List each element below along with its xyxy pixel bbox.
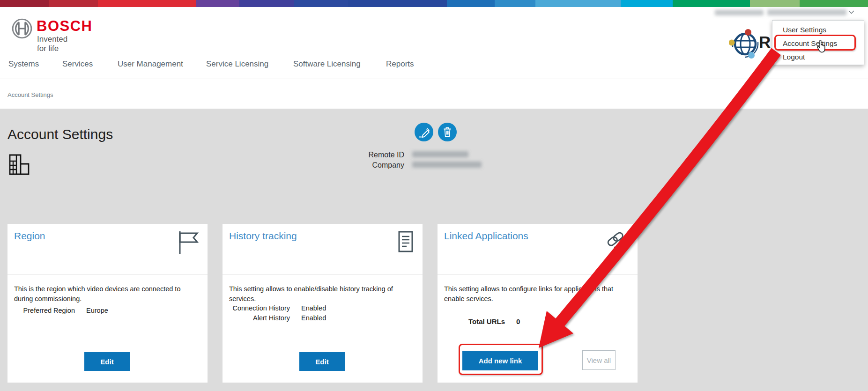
total-urls-value: 0	[516, 317, 520, 325]
header-divider	[0, 79, 868, 79]
link-icon	[605, 230, 629, 252]
trash-icon	[438, 123, 457, 141]
account-dropdown-menu: User Settings Account Settings Logout	[772, 20, 864, 65]
breadcrumb[interactable]: Account Settings	[7, 91, 53, 98]
region-edit-button[interactable]: Edit	[84, 352, 130, 371]
company-building-icon	[8, 154, 33, 176]
linked-applications-card: Linked Applications This setting allows …	[438, 224, 638, 383]
edit-account-button[interactable]	[415, 123, 433, 141]
brand-tagline: Invented for life	[37, 35, 67, 53]
alert-history-value: Enabled	[301, 314, 326, 322]
preferred-region-value: Europe	[86, 307, 108, 314]
history-tracking-edit-button[interactable]: Edit	[299, 352, 345, 371]
preferred-region-label: Preferred Region	[14, 307, 75, 314]
bosch-remote-portal-app: BOSCH Invented for life Systems Services…	[0, 0, 868, 391]
pencil-icon	[415, 123, 433, 141]
menu-item-logout[interactable]: Logout	[783, 53, 805, 61]
card-divider	[223, 274, 423, 275]
nav-item-software-licensing[interactable]: Software Licensing	[293, 59, 361, 69]
connection-history-value: Enabled	[301, 304, 326, 312]
bosch-supergraphic-strip	[0, 0, 868, 7]
total-urls-label: Total URLs	[444, 317, 505, 325]
company-value-redacted	[412, 162, 482, 168]
add-new-link-button[interactable]: Add new link	[462, 351, 538, 370]
nav-item-reports[interactable]: Reports	[386, 59, 414, 69]
page-title: Account Settings	[7, 126, 113, 142]
linked-applications-card-description: This setting allows to configure links f…	[444, 284, 628, 304]
bosch-anchor-icon	[11, 18, 33, 39]
chevron-down-icon[interactable]	[848, 10, 855, 15]
company-name-redacted	[715, 10, 764, 15]
delete-account-button[interactable]	[438, 123, 457, 141]
main-navigation: Systems Services User Management Service…	[0, 59, 868, 74]
linked-applications-card-title: Linked Applications	[444, 230, 528, 242]
card-divider	[438, 274, 638, 275]
preferred-region-row: Preferred Region Europe	[14, 307, 108, 314]
menu-item-account-settings[interactable]: Account Settings	[783, 39, 837, 48]
account-meta: Remote ID Company	[328, 150, 404, 170]
brand-name: BOSCH	[37, 18, 92, 35]
connection-history-label: Connection History	[229, 304, 290, 312]
alert-history-row: Alert History Enabled	[229, 314, 326, 322]
history-tracking-card-title: History tracking	[229, 230, 297, 242]
connection-history-row: Connection History Enabled	[229, 304, 326, 312]
history-document-icon	[397, 230, 414, 254]
region-card-description: This is the region which video devices a…	[14, 284, 198, 304]
nav-item-systems[interactable]: Systems	[8, 59, 39, 69]
region-card: Region This is the region which video de…	[7, 224, 208, 383]
card-divider	[7, 274, 208, 275]
remote-id-value-redacted	[412, 151, 468, 157]
nav-item-service-licensing[interactable]: Service Licensing	[206, 59, 268, 69]
flag-icon	[178, 230, 199, 255]
total-urls-row: Total URLs 0	[444, 317, 520, 325]
history-tracking-card: History tracking This setting allows to …	[223, 224, 423, 383]
remote-id-label: Remote ID	[328, 150, 404, 160]
user-name-redacted[interactable]	[767, 9, 846, 15]
remote-portal-globe-icon	[729, 28, 760, 60]
menu-item-user-settings[interactable]: User Settings	[783, 26, 826, 34]
remote-portal-title-partial: R	[759, 33, 771, 52]
view-all-button[interactable]: View all	[582, 350, 616, 370]
nav-item-services[interactable]: Services	[62, 59, 93, 69]
history-tracking-card-description: This setting allows to enable/disable hi…	[229, 284, 413, 304]
company-label: Company	[328, 160, 404, 170]
region-card-title: Region	[14, 230, 45, 242]
alert-history-label: Alert History	[229, 314, 290, 322]
nav-item-user-management[interactable]: User Management	[118, 59, 183, 69]
